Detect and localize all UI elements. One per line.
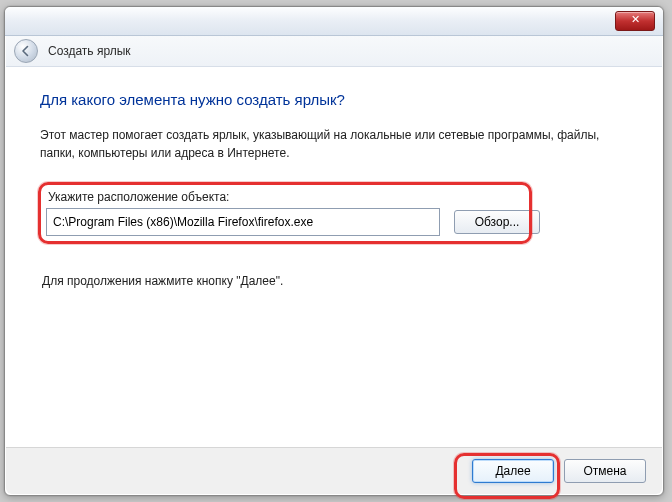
page-description: Этот мастер помогает создать ярлык, указ… (40, 126, 600, 162)
location-row: Обзор... (46, 208, 622, 236)
back-button[interactable] (14, 39, 38, 63)
footer-bar: Далее Отмена (6, 447, 662, 494)
titlebar: ✕ (5, 7, 663, 36)
next-button-wrap: Далее (472, 459, 554, 483)
back-arrow-icon (20, 45, 32, 57)
close-icon: ✕ (631, 13, 640, 25)
wizard-window: ✕ Создать ярлык Для какого элемента нужн… (4, 6, 664, 496)
cancel-button[interactable]: Отмена (564, 459, 646, 483)
browse-button[interactable]: Обзор... (454, 210, 540, 234)
location-label: Укажите расположение объекта: (46, 190, 622, 204)
continue-hint: Для продолжения нажмите кнопку "Далее". (40, 274, 628, 288)
content-area: Для какого элемента нужно создать ярлык?… (6, 67, 662, 447)
header-title: Создать ярлык (48, 44, 131, 58)
next-button[interactable]: Далее (472, 459, 554, 483)
page-heading: Для какого элемента нужно создать ярлык? (40, 91, 628, 108)
header-bar: Создать ярлык (6, 36, 662, 67)
close-button[interactable]: ✕ (615, 11, 655, 31)
location-input[interactable] (46, 208, 440, 236)
location-field-group: Укажите расположение объекта: Обзор... (40, 184, 628, 246)
